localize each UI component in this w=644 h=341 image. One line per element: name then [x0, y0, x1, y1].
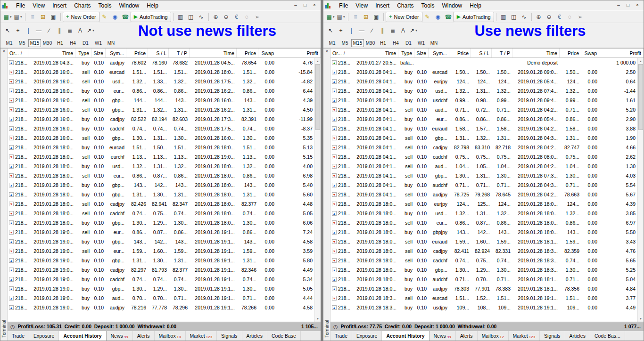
timeframe-m15[interactable]: M15 — [351, 39, 364, 47]
timeframe-w1[interactable]: W1 — [415, 39, 428, 47]
fibonacci-icon-button[interactable]: ≣ — [388, 25, 398, 36]
timeframe-mn[interactable]: MN — [105, 39, 117, 47]
table-row[interactable]: ▼218...2019.01.28 19:0...sell0.10eur...0… — [8, 227, 314, 237]
vertical-scrollbar[interactable]: ▲ ▼ — [637, 58, 644, 322]
close-terminal-icon[interactable]: × — [324, 49, 330, 54]
timeframe-m15[interactable]: M15 — [28, 39, 41, 47]
table-row[interactable]: ▲218...2019.01.28 19:0...buy0.10cadjpy82… — [8, 265, 314, 275]
timeframe-d1[interactable]: D1 — [79, 39, 92, 47]
table-row[interactable]: ▲218...2019.01.28 19:0...buy0.10gbp...1.… — [8, 256, 314, 265]
table-row[interactable]: ▲218...2019.01.28 18:0...buy0.10gbp...1.… — [8, 190, 314, 199]
tab-code-base[interactable]: Code Base — [267, 331, 301, 341]
menu-tools[interactable]: Tools — [418, 1, 438, 10]
cursor-icon-button[interactable]: ↖ — [2, 25, 13, 36]
table-row[interactable]: ▼218...2019.01.28 04:1...sell0.10aud...1… — [330, 162, 637, 171]
menu-charts[interactable]: Charts — [393, 1, 417, 10]
scroll-down-icon[interactable]: ▼ — [315, 316, 321, 322]
tab-trade[interactable]: Trade — [330, 331, 352, 341]
fibonacci-icon-button[interactable]: ≣ — [65, 25, 75, 36]
equidistant-channel-icon-button[interactable]: ∥ — [54, 25, 65, 36]
tab-mailbox[interactable]: Mailbox12 — [478, 331, 509, 341]
market-watch-icon-button[interactable]: ≡ — [350, 12, 361, 22]
table-row[interactable]: ▲218...2019.01.28 18:0...buy0.10gbp...1.… — [330, 265, 637, 275]
timeframe-m5[interactable]: M5 — [16, 39, 28, 47]
table-row[interactable]: ▼218...2019.01.28 04:1...sell0.10cadchf0… — [330, 152, 637, 162]
crosshair-icon-button[interactable]: + — [336, 25, 346, 36]
metaeditor-icon-button[interactable]: ✎ — [422, 12, 433, 22]
table-row[interactable]: ▲218...2019.01.28 04:1...buy0.10usd...1.… — [330, 86, 637, 96]
timeframe-mn[interactable]: MN — [428, 39, 440, 47]
tab-alerts[interactable]: Alerts — [456, 331, 478, 341]
terminal-toggle-icon-button[interactable]: ▣ — [371, 12, 381, 22]
scrollbar-track[interactable] — [315, 130, 321, 316]
profiles-icon-button[interactable]: ▤▾ — [13, 12, 23, 22]
cursor-icon-button[interactable]: ↖ — [325, 25, 336, 36]
timeframe-m1[interactable]: M1 — [326, 39, 339, 47]
table-row[interactable]: ▼218...2019.01.28 18:3...sell0.10eurcad1… — [330, 293, 637, 303]
close-button[interactable]: × — [310, 2, 319, 9]
table-row[interactable]: ▼218...2019.01.28 18:0...sell0.10cadchf0… — [330, 256, 637, 265]
table-row[interactable]: ▲218...2019.01.28 04:1...buy0.10eurjpy12… — [330, 77, 637, 86]
table-row[interactable]: ▼218...2019.01.28 18:0...sell0.10eur...0… — [8, 171, 314, 180]
tab-signals[interactable]: Signals — [217, 331, 242, 341]
column-header-profit[interactable]: Profit — [276, 49, 321, 57]
tab-news[interactable]: News99 — [107, 331, 133, 341]
column-header-symbol[interactable]: Sym... — [429, 49, 449, 57]
table-row[interactable]: ▲218...2019.01.28 19:0...buy0.10aud...0.… — [8, 293, 314, 303]
table-row[interactable]: ▼218...2019.01.28 19:0...sell0.10eur...1… — [8, 246, 314, 256]
new-chart-icon-button[interactable]: ▦▾ — [2, 12, 13, 22]
metaeditor-icon-button[interactable]: ✎ — [99, 12, 110, 22]
menu-insert[interactable]: Insert — [49, 1, 70, 10]
timeframe-d1[interactable]: D1 — [402, 39, 415, 47]
profiles-icon-button[interactable]: ▤▾ — [336, 12, 346, 22]
table-row[interactable]: ▲218...2019.01.28 18:0...buy0.10usd...1.… — [330, 209, 637, 218]
timeframe-h1[interactable]: H1 — [377, 39, 389, 47]
table-row[interactable]: ▲218...2019.01.28 04:3...buy0.10audjpy78… — [8, 58, 314, 67]
table-row[interactable]: ▼218...2019.01.28 16:0...sell0.10usd...1… — [8, 77, 314, 86]
timeframe-h4[interactable]: H4 — [389, 39, 402, 47]
bar-chart-icon-button[interactable]: ▥ — [498, 12, 509, 22]
timeframe-m1[interactable]: M1 — [3, 39, 16, 47]
search-icon-button[interactable]: ◌ — [565, 12, 575, 22]
line-chart-icon-button[interactable]: ∿ — [519, 12, 529, 22]
line-chart-icon-button[interactable]: ∿ — [196, 12, 206, 22]
table-row[interactable]: ▲218...2019.01.28 18:0...buy0.10gbpjpy14… — [330, 227, 637, 237]
column-header-swap[interactable]: Swap — [258, 49, 276, 57]
table-row[interactable]: ▼218...2019.01.28 16:0...sell0.10gbp...1… — [8, 96, 314, 105]
table-row[interactable]: ▲218...2019.01.28 19:0...buy0.10gbp...14… — [8, 237, 314, 246]
minimize-button[interactable]: – — [614, 2, 623, 9]
column-header-type[interactable]: Type — [75, 49, 91, 57]
text-icon-button[interactable]: A — [398, 25, 408, 36]
table-row[interactable]: ▲218...2019.01.28 04:1...buy0.10eur...0.… — [330, 114, 637, 124]
timeframe-m30[interactable]: M30 — [41, 39, 54, 47]
timeframe-w1[interactable]: W1 — [92, 39, 105, 47]
column-header-stop-loss[interactable]: S / L — [471, 49, 492, 57]
tab-code-bas[interactable]: Code Bas... — [590, 331, 625, 341]
search-icon-button[interactable]: ◌ — [242, 12, 252, 22]
zoom-in-icon-button[interactable]: ⊕ — [534, 12, 544, 22]
column-header-order[interactable]: Or.../ — [8, 49, 28, 57]
community-icon-button[interactable]: ☎ — [120, 12, 131, 22]
table-row[interactable]: ▲218...2019.01.28 18:0...buy0.10eurcad1.… — [8, 143, 314, 152]
column-header-close-price[interactable]: Price — [560, 49, 581, 57]
column-header-open-price[interactable]: Price — [126, 49, 148, 57]
tab-exposure[interactable]: Exposure — [352, 331, 382, 341]
tab-account-history[interactable]: Account History — [382, 331, 429, 341]
table-row[interactable]: ▼218...2019.01.28 04:1...sell0.10audjpy7… — [330, 190, 637, 199]
trendline-icon-button[interactable]: ∕ — [367, 25, 377, 36]
table-row[interactable]: ▼218...2019.01.28 18:0...sell0.10eurchf1… — [8, 152, 314, 162]
timeframe-h4[interactable]: H4 — [66, 39, 79, 47]
autotrading-button[interactable]: ▶AutoTrading — [131, 12, 171, 22]
new-chart-icon-button[interactable]: ▦▾ — [325, 12, 336, 22]
tab-market[interactable]: Market123 — [186, 331, 217, 341]
tab-articles[interactable]: Articles — [565, 331, 590, 341]
menu-tools[interactable]: Tools — [95, 1, 116, 10]
table-row[interactable]: ▲218...2019.01.28 18:0...buy0.10gbp...14… — [8, 180, 314, 190]
column-header-close-price[interactable]: Price — [237, 49, 258, 57]
column-header-size[interactable]: Size — [91, 49, 106, 57]
menu-window[interactable]: Window — [116, 1, 143, 10]
send-icon-button[interactable]: ➢ — [575, 12, 586, 22]
table-row[interactable]: ▲218...2019.01.28 16:0...buy0.10eur...0.… — [8, 86, 314, 96]
terminal-toggle-icon-button[interactable]: ▣ — [48, 12, 58, 22]
table-row[interactable]: ▲218...2019.01.28 18:3...buy0.10usdjpy10… — [330, 303, 637, 312]
